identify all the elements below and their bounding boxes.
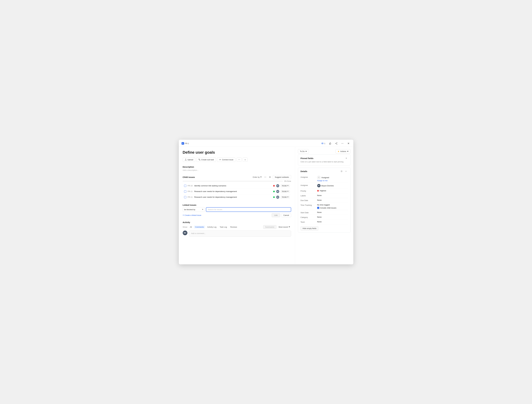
details-expand-button[interactable] xyxy=(344,170,348,173)
left-panel: Define user goals Upload Crea xyxy=(179,147,295,264)
filter-tab-activity-log[interactable]: Activity Log xyxy=(206,225,217,228)
filter-tab-comments[interactable]: Comments xyxy=(194,225,205,228)
todo-label: TO DO xyxy=(282,185,287,187)
detail-row-time-tracking: Time Tracking No time logged Include chi… xyxy=(301,203,348,210)
actions-button[interactable]: Actions xyxy=(336,149,351,154)
pinned-fields-hint: Click on a pin label next to a field lab… xyxy=(301,160,348,163)
comment-row: BD Add a comment... xyxy=(183,231,291,237)
assignee-placeholder-icon xyxy=(317,176,321,179)
svg-point-18 xyxy=(318,177,319,178)
detail-value-labels: None xyxy=(317,194,322,196)
modal-header-right: 1 xyxy=(320,141,350,145)
assign-to-me-link[interactable]: Assign to me xyxy=(317,180,328,182)
details-settings-button[interactable] xyxy=(340,170,343,173)
create-subtask-button[interactable]: Create sub-task xyxy=(196,158,216,162)
detail-value-assignee-set: BD Boyce Dominic xyxy=(317,184,334,187)
detail-row-assignee-set: Assignee BD Boyce Dominic xyxy=(301,183,348,189)
connect-issue-button[interactable]: Connect issue xyxy=(217,158,235,162)
hide-empty-fields-button[interactable]: Hide empty fields xyxy=(301,226,319,231)
issue-id: FR-11 xyxy=(188,196,193,198)
todo-badge[interactable]: TO DO xyxy=(281,190,290,193)
details-header: Details xyxy=(301,170,348,173)
activity-header: Activity xyxy=(183,221,291,224)
category-text: None xyxy=(317,216,322,218)
detail-row-due-date: Due Date None xyxy=(301,198,348,203)
todo-button[interactable]: To Do xyxy=(298,149,309,154)
most-recent-label: Most recent xyxy=(279,226,288,228)
issue-checkbox[interactable] xyxy=(184,190,186,192)
activity-filters-row: Show: All Comments Activity Log Task Log… xyxy=(183,225,291,229)
todo-label: TO DO xyxy=(282,196,287,198)
start-date-text: None xyxy=(317,211,322,213)
issue-id-text: FR-1 xyxy=(185,142,189,145)
filter-tab-all[interactable]: All xyxy=(189,225,193,228)
table-row[interactable]: FR-11 Research user needs for dependency… xyxy=(183,194,291,200)
add-child-issue-button[interactable] xyxy=(268,175,272,179)
issue-checkbox[interactable] xyxy=(184,185,186,187)
commenter-avatar: BD xyxy=(183,231,187,235)
actions-label: Actions xyxy=(340,150,346,152)
labels-text: None xyxy=(317,194,322,196)
order-by-button[interactable]: Order by xyxy=(252,176,262,179)
details-header-icons xyxy=(340,170,348,173)
assigned-text: Assigned xyxy=(322,177,329,179)
svg-point-3 xyxy=(336,142,337,143)
modal-header-left: FR-1 xyxy=(182,142,189,145)
suggest-subtasks-button[interactable]: Suggest subtasks xyxy=(273,175,291,179)
child-issues-more-button[interactable] xyxy=(263,175,267,179)
watch-count: 1 xyxy=(324,142,325,145)
include-child-checkbox[interactable] xyxy=(317,207,319,209)
activity-title: Activity xyxy=(183,221,291,224)
svg-point-17 xyxy=(341,171,342,172)
detail-row-priority: Priority Highest xyxy=(301,189,348,193)
most-recent-button[interactable]: Most recent xyxy=(278,225,291,229)
issue-id: FR-11 xyxy=(188,190,193,192)
issue-title: Research user needs for dependency manag… xyxy=(194,196,272,198)
toolbar-more-button[interactable] xyxy=(237,158,241,162)
child-issues-header: Child issues Order by xyxy=(183,175,291,179)
share-button[interactable] xyxy=(334,141,338,145)
summarize-button[interactable]: Summarize xyxy=(263,225,276,229)
svg-point-6 xyxy=(342,143,342,144)
svg-point-12 xyxy=(239,160,239,160)
more-options-button[interactable] xyxy=(340,141,344,145)
assignee-avatar: BD xyxy=(317,184,321,187)
todo-badge[interactable]: TO DO xyxy=(281,185,290,187)
relation-select[interactable]: be blocked by blocks duplicates is dupli… xyxy=(183,207,205,212)
issue-title: Identify common link tasking scenarios xyxy=(194,185,272,187)
detail-row-category: Category None xyxy=(301,215,348,220)
todo-label: TO DO xyxy=(282,191,287,192)
svg-point-15 xyxy=(265,177,265,177)
fr-icon xyxy=(182,142,184,145)
like-button[interactable] xyxy=(328,141,332,145)
linked-issues-section: Linked issues be blocked by blocks dupli… xyxy=(183,204,291,217)
comment-input[interactable]: Add a comment... xyxy=(189,231,291,237)
toolbar-expand-button[interactable] xyxy=(243,158,248,162)
detail-label-start-date: Start Date xyxy=(301,211,316,214)
progress-bar-row: 0% Done xyxy=(183,180,291,182)
cancel-button[interactable]: Cancel xyxy=(281,213,291,217)
detail-value-start-date: None xyxy=(317,211,322,213)
right-panel-top: To Do Actions xyxy=(298,149,351,154)
filter-tab-reviews[interactable]: Reviews xyxy=(229,225,238,228)
pinned-fields-close-button[interactable]: × xyxy=(345,157,348,160)
show-label: Show: xyxy=(183,226,188,228)
filter-tab-task-log[interactable]: Task Log xyxy=(219,225,228,228)
description-placeholder[interactable]: Add a description... xyxy=(183,169,291,171)
svg-point-7 xyxy=(342,143,342,144)
activity-section: Activity Show: All Comments Activity Log… xyxy=(183,221,291,237)
table-row[interactable]: FR-10 Identify common link tasking scena… xyxy=(183,183,291,189)
right-panel: To Do Actions Pinned fields × Click on xyxy=(295,147,353,264)
priority-text: Highest xyxy=(320,190,326,192)
detail-value-category: None xyxy=(317,216,322,218)
link-button[interactable]: Link xyxy=(272,213,280,217)
issue-checkbox[interactable] xyxy=(184,196,186,198)
todo-badge[interactable]: TO DO xyxy=(281,196,290,199)
upload-button[interactable]: Upload xyxy=(183,158,195,162)
table-row[interactable]: FR-11 Research user needs for dependency… xyxy=(183,189,291,194)
close-button[interactable] xyxy=(346,141,351,145)
linked-issues-form: be blocked by blocks duplicates is dupli… xyxy=(183,207,291,212)
create-linked-issue-button[interactable]: + Create a linked issue xyxy=(183,213,201,217)
watch-button[interactable]: 1 xyxy=(320,141,326,145)
search-issues-input[interactable] xyxy=(206,207,291,212)
